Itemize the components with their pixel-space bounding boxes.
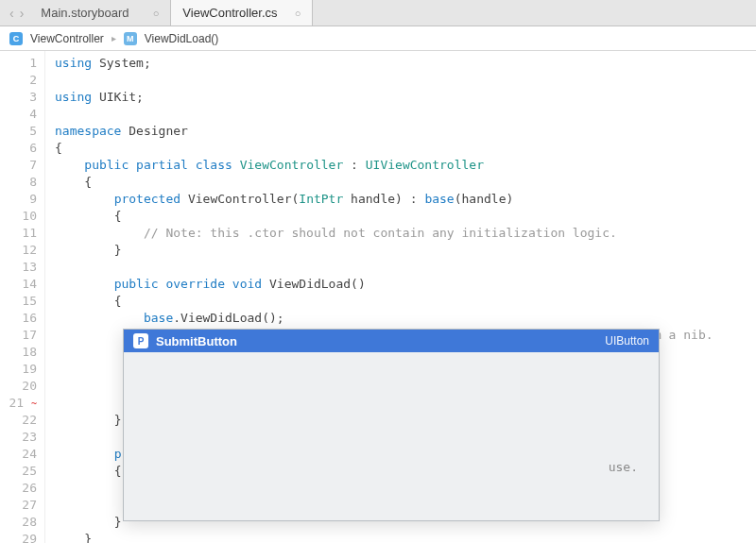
line-number: 26 [0, 480, 37, 497]
code-line[interactable]: using UIKit; [55, 89, 756, 106]
line-number: 15 [0, 293, 37, 310]
code-line[interactable]: { [55, 140, 756, 157]
line-number: 16 [0, 310, 37, 327]
nav-arrows: ‹ › [0, 0, 29, 25]
code-line[interactable]: using System; [55, 55, 756, 72]
code-line[interactable]: { [55, 208, 756, 225]
line-number: 13 [0, 259, 37, 276]
method-icon: M [124, 32, 137, 45]
tab-label: ViewController.cs [182, 6, 277, 20]
line-number: 27 [0, 497, 37, 514]
line-number: 12 [0, 242, 37, 259]
code-line[interactable]: } [55, 531, 756, 543]
nav-back-icon[interactable]: ‹ [9, 6, 14, 21]
obscured-text: use. [609, 460, 638, 474]
line-number: 6 [0, 140, 37, 157]
breadcrumb: C ViewController ▸ M ViewDidLoad() [0, 26, 756, 51]
line-number: 5 [0, 123, 37, 140]
line-number: 11 [0, 225, 37, 242]
nav-forward-icon[interactable]: › [20, 6, 25, 21]
code-line[interactable]: // Note: this .ctor should not contain a… [55, 225, 756, 242]
line-number: 10 [0, 208, 37, 225]
code-line[interactable]: { [55, 174, 756, 191]
line-number: 24 [0, 446, 37, 463]
code-line[interactable] [55, 106, 756, 123]
autocomplete-type: UIButton [605, 334, 649, 348]
code-line[interactable] [55, 72, 756, 89]
autocomplete-body: use. [124, 352, 659, 520]
line-number: 3 [0, 89, 37, 106]
class-icon: C [9, 32, 23, 45]
line-number: 20 [0, 378, 37, 395]
error-icon: ~ [31, 396, 37, 413]
line-number: 19 [0, 361, 37, 378]
line-number: 22 [0, 412, 37, 429]
line-number: 9 [0, 191, 37, 208]
line-number: 14 [0, 276, 37, 293]
code-line[interactable]: public partial class ViewController : UI… [55, 157, 756, 174]
line-number: 2 [0, 72, 37, 89]
line-number: 25 [0, 463, 37, 480]
close-icon[interactable]: ○ [138, 8, 160, 19]
autocomplete-popup: P SubmitButton UIButton use. [123, 329, 660, 521]
tab-viewcontroller[interactable]: ViewController.cs ○ [171, 0, 313, 25]
property-icon: P [133, 333, 148, 348]
breadcrumb-method[interactable]: ViewDidLoad() [145, 32, 219, 45]
close-icon[interactable]: ○ [280, 8, 301, 19]
autocomplete-name: SubmitButton [156, 334, 237, 348]
line-number: 23 [0, 429, 37, 446]
line-number: 29 [0, 531, 37, 543]
line-number: 18 [0, 344, 37, 361]
line-number: 21 ~ [0, 395, 37, 412]
code-line[interactable]: } [55, 242, 756, 259]
line-number: 7 [0, 157, 37, 174]
line-number: 1 [0, 55, 37, 72]
tab-label: Main.storyboard [41, 6, 129, 20]
breadcrumb-class[interactable]: ViewController [30, 32, 104, 45]
chevron-right-icon: ▸ [112, 33, 116, 43]
code-line[interactable] [55, 259, 756, 276]
line-number: 17 [0, 327, 37, 344]
autocomplete-item[interactable]: P SubmitButton UIButton [124, 330, 659, 352]
tab-main-storyboard[interactable]: Main.storyboard ○ [29, 0, 171, 25]
code-line[interactable]: { [55, 293, 756, 310]
code-line[interactable]: base.ViewDidLoad(); [55, 310, 756, 327]
line-number: 28 [0, 514, 37, 531]
code-line[interactable]: protected ViewController(IntPtr handle) … [55, 191, 756, 208]
line-number: 4 [0, 106, 37, 123]
code-line[interactable]: namespace Designer [55, 123, 756, 140]
tabbar-empty [313, 0, 756, 25]
tab-bar: ‹ › Main.storyboard ○ ViewController.cs … [0, 0, 756, 26]
line-number: 8 [0, 174, 37, 191]
code-line[interactable]: public override void ViewDidLoad() [55, 276, 756, 293]
line-gutter: 123456789101112131415161718192021 ~22232… [0, 51, 45, 543]
